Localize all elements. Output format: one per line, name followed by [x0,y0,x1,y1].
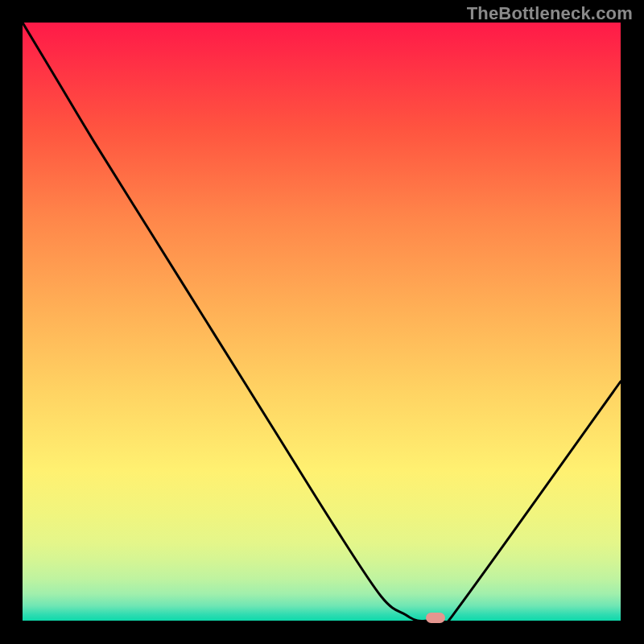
plot-area [23,23,621,621]
bottleneck-curve [23,23,621,621]
optimal-point-marker [426,613,445,623]
watermark-text: TheBottleneck.com [467,3,633,24]
